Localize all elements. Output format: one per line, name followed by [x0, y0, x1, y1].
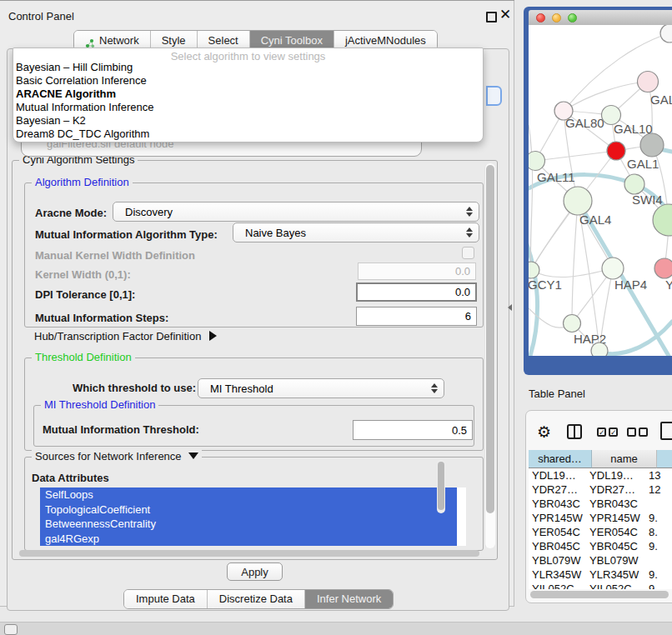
kernel-width-field[interactable]: 0.0 [358, 262, 476, 280]
stepper-arrows-icon [431, 383, 437, 393]
table-cell: 12 [645, 482, 672, 497]
network-node[interactable] [591, 342, 608, 356]
table-row[interactable]: YBL079WYBL079W [529, 553, 672, 568]
close-traffic-light[interactable] [536, 13, 545, 22]
mi-type-combo[interactable]: Naive Bayes [233, 222, 479, 242]
table-cell: YBR043C [586, 497, 645, 511]
algorithm-option[interactable]: Basic Correlation Inference [13, 74, 483, 88]
checked-checkbox-icon[interactable]: ✓ [597, 428, 606, 437]
table-row[interactable]: YLR345WYLR345W9. [529, 568, 672, 582]
dpi-tolerance-field[interactable]: 0.0 [356, 282, 477, 302]
panel-splitter-arrow-icon[interactable] [508, 304, 512, 311]
table-horizontal-scrollbar[interactable] [530, 591, 669, 598]
manual-kernel-checkbox[interactable] [462, 247, 474, 259]
settings-horizontal-scrollbar[interactable] [19, 550, 479, 557]
split-columns-icon[interactable] [567, 424, 582, 439]
tab-infer-network[interactable]: Infer Network [304, 590, 393, 608]
attribute-item-selected[interactable]: gal4RGexp [40, 532, 457, 547]
which-threshold-combo[interactable]: MI Threshold [198, 378, 444, 398]
algorithm-option[interactable]: Mutual Information Inference [13, 101, 483, 114]
table-row[interactable]: YDR27…YDR27…12 [529, 482, 672, 497]
network-node-swi4[interactable] [624, 174, 644, 194]
gear-icon[interactable]: ⚙ [537, 422, 551, 442]
sources-expander[interactable]: Sources for Network Inference [32, 450, 202, 462]
table-panel-title: Table Panel [529, 388, 585, 400]
minimized-panel-icon[interactable] [4, 624, 18, 635]
table-cell: YBL079W [586, 553, 645, 568]
threshold-definition-title: Threshold Definition [32, 351, 135, 363]
stepper-arrows-icon [466, 207, 472, 217]
algorithm-definition-group: Algorithm Definition Aracne Mode: Discov… [24, 182, 484, 328]
document-icon[interactable] [660, 422, 672, 440]
algorithm-option-selected[interactable]: ARACNE Algorithm [13, 88, 483, 101]
kernel-width-label: Kernel Width (0,1): [35, 268, 131, 281]
network-node-gal7[interactable] [638, 72, 659, 92]
tab-impute-data[interactable]: Impute Data [124, 590, 207, 608]
network-node[interactable] [653, 204, 672, 236]
network-node[interactable] [640, 133, 664, 157]
network-canvas[interactable]: GAL7GAL80GAL10GAL1GAL11SWI4GAL4GCY1HAP4Y… [529, 25, 672, 356]
network-node-gal11[interactable] [529, 152, 545, 171]
tab-discretize-data[interactable]: Discretize Data [207, 590, 304, 608]
algorithm-option[interactable]: Bayesian – K2 [13, 114, 483, 128]
unchecked-checkbox-icon[interactable] [627, 428, 636, 437]
minimize-traffic-light[interactable] [552, 13, 561, 22]
table-row[interactable]: YBR045CYBR045C9. [529, 539, 672, 553]
aracne-mode-combo[interactable]: Discovery [113, 202, 479, 222]
table-cell [645, 497, 672, 511]
hub-factor-label: Hub/Transcription Factor Definition [34, 330, 201, 342]
checked-checkbox-icon[interactable]: ✓ [609, 428, 618, 437]
network-node-gcy1[interactable] [529, 262, 539, 278]
node-label: HAP4 [614, 278, 647, 292]
aracne-mode-value: Discovery [125, 206, 173, 218]
network-node-gal4[interactable] [564, 187, 592, 215]
float-window-icon[interactable] [486, 12, 497, 22]
mi-threshold-field[interactable]: 0.5 [353, 420, 473, 440]
unchecked-checkbox-icon[interactable] [639, 428, 648, 437]
table-row[interactable]: YDL19…YDL19…13 [529, 468, 672, 482]
cyni-algorithm-settings-group: Cyni Algorithm Settings Algorithm Defini… [12, 160, 498, 560]
algorithm-option[interactable]: Bayesian – Hill Climbing [13, 61, 483, 74]
table-row[interactable]: YIL052CYIL052C9. [529, 582, 672, 589]
settings-vertical-scrollbar-thumb[interactable] [486, 165, 494, 513]
data-attributes-label: Data Attributes [32, 472, 109, 484]
hub-factor-expander[interactable]: Hub/Transcription Factor Definition [34, 330, 217, 342]
column-header[interactable]: name [592, 450, 657, 468]
mi-threshold-group: MI Threshold Definition Mutual Informati… [33, 405, 474, 447]
table-row[interactable]: YBR043CYBR043C [529, 497, 672, 511]
table-cell: 8. [645, 525, 672, 539]
mi-threshold-group-title: MI Threshold Definition [41, 398, 158, 411]
attribute-item-selected[interactable]: BetweennessCentrality [40, 517, 457, 532]
mi-steps-field[interactable]: 6 [356, 307, 477, 326]
close-icon[interactable]: ✕ [499, 7, 511, 23]
node-label: GAL80 [565, 116, 604, 130]
table-row[interactable]: YER054CYER054C8. [529, 525, 672, 539]
network-node-gal1[interactable] [607, 142, 625, 160]
column-header[interactable]: A [657, 450, 672, 468]
network-window-titlebar[interactable] [529, 10, 672, 26]
node-label: YM [665, 278, 672, 292]
node-label: SWI4 [632, 192, 663, 207]
network-node-hap2[interactable] [564, 315, 581, 332]
table-header-row: shared…nameA [529, 450, 672, 468]
table-cell: YLR345W [529, 568, 586, 582]
settings-vertical-scrollbar[interactable] [484, 163, 495, 548]
algorithm-definition-title: Algorithm Definition [32, 176, 133, 188]
table-cell: YLR345W [586, 568, 645, 582]
network-node[interactable] [660, 25, 672, 42]
table-row[interactable]: YPR145WYPR145W9. [529, 511, 672, 525]
table-cell: YIL052C [586, 582, 645, 589]
attribute-item-selected[interactable]: TopologicalCoefficient [40, 502, 457, 518]
attributes-scrollbar[interactable] [437, 460, 445, 513]
inference-algorithm-combo-fragment[interactable] [486, 86, 502, 106]
table-cell: 9. [645, 582, 672, 589]
network-node-hap4[interactable] [602, 258, 624, 279]
zoom-traffic-light[interactable] [568, 13, 577, 22]
algorithm-option[interactable]: Dream8 DC_TDC Algorithm [13, 128, 483, 141]
apply-button[interactable]: Apply [227, 562, 283, 581]
table-cell: YPR145W [529, 511, 586, 525]
column-header[interactable]: shared… [529, 450, 592, 468]
attribute-item-selected[interactable]: SelfLoops [40, 488, 457, 502]
node-label: GAL11 [537, 170, 575, 184]
network-node-ym[interactable] [654, 258, 672, 278]
